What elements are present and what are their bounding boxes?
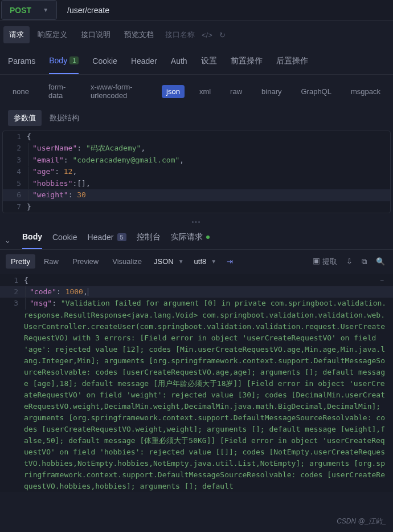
resp-tab-actual[interactable]: 实际请求: [171, 232, 210, 249]
resp-tab-header-label: Header: [88, 233, 114, 242]
chevron-down-icon: ▼: [178, 258, 184, 265]
subtab-schema[interactable]: 数据结构: [44, 110, 85, 126]
http-method-select[interactable]: POST ▼: [1, 0, 57, 20]
resp-tab-body[interactable]: Body: [22, 232, 42, 249]
tab-body-label: Body: [49, 56, 67, 65]
tab-cookie[interactable]: Cookie: [92, 56, 117, 74]
api-name-placeholder[interactable]: 接口名称: [165, 30, 195, 40]
resp-tab-actual-label: 实际请求: [171, 232, 203, 242]
line-number: 6: [3, 189, 27, 201]
content-type-select[interactable]: JSON ▼: [150, 257, 187, 266]
response-toolbar: Pretty Raw Preview Visualize JSON ▼ utf8…: [0, 250, 393, 274]
tab-settings[interactable]: 设置: [201, 56, 217, 74]
status-dot-icon: [206, 235, 210, 239]
body-count-badge: 1: [69, 56, 79, 64]
url-input[interactable]: [59, 0, 393, 20]
response-tabs: ⌄ Body Cookie Header 5 控制台 实际请求: [0, 226, 393, 250]
response-body-viewer[interactable]: 1{− 2"code": 1000, 3"msg": "Validation f…: [0, 274, 393, 492]
line-number: 3: [0, 298, 24, 492]
chevron-down-icon: ▼: [211, 258, 216, 265]
tab-header[interactable]: Header: [131, 56, 157, 74]
wrap-icon[interactable]: ⇥: [224, 255, 235, 268]
btype-msgpack[interactable]: msgpack: [346, 85, 385, 98]
view-visualize[interactable]: Visualize: [107, 254, 147, 269]
tab-pre-action[interactable]: 前置操作: [231, 56, 263, 74]
tab-auth[interactable]: Auth: [171, 56, 187, 74]
line-number: 1: [3, 131, 27, 143]
btype-graphql[interactable]: GraphQL: [296, 85, 335, 98]
http-method-label: POST: [10, 6, 31, 15]
panel-resize-handle[interactable]: •••: [0, 218, 393, 226]
header-count-badge: 5: [117, 233, 126, 241]
search-icon[interactable]: 🔍: [374, 255, 387, 268]
encoding-label: utf8: [194, 257, 207, 266]
copy-icon[interactable]: ⧉: [359, 255, 369, 269]
tab-request[interactable]: 请求: [3, 26, 30, 43]
content-type-label: JSON: [154, 257, 174, 266]
line-number: 4: [3, 166, 27, 178]
request-url-bar: POST ▼: [0, 0, 393, 21]
fold-icon[interactable]: −: [380, 275, 384, 286]
btype-raw[interactable]: raw: [226, 85, 247, 98]
line-number: 3: [3, 155, 27, 166]
tab-preview-doc[interactable]: 预览文档: [118, 26, 159, 43]
btype-binary[interactable]: binary: [257, 85, 286, 98]
tab-api-desc[interactable]: 接口说明: [75, 26, 116, 43]
body-type-selector: none form-data x-www-form-urlencoded jso…: [0, 75, 393, 108]
request-section-tabs: Params Body 1 Cookie Header Auth 设置 前置操作…: [0, 49, 393, 75]
refresh-icon[interactable]: ↻: [219, 31, 226, 39]
tab-post-action[interactable]: 后置操作: [276, 56, 308, 74]
encoding-select[interactable]: utf8 ▼: [191, 257, 220, 266]
btype-urlencoded[interactable]: x-www-form-urlencoded: [86, 80, 152, 102]
line-number: 2: [3, 143, 27, 155]
view-pretty[interactable]: Pretty: [6, 254, 35, 269]
body-sub-tabs: 参数值 数据结构: [0, 108, 393, 131]
chevron-down-icon: ▼: [43, 7, 48, 13]
view-raw[interactable]: Raw: [39, 254, 64, 269]
download-icon[interactable]: ⇩: [344, 255, 355, 268]
code-icon[interactable]: </>: [202, 31, 212, 39]
watermark: CSDN @_江屿_: [337, 517, 386, 526]
line-number: 7: [3, 201, 27, 213]
line-number: 2: [0, 286, 24, 298]
extract-button[interactable]: ▣ 提取: [310, 254, 339, 269]
resp-tab-header[interactable]: Header 5: [88, 233, 126, 249]
btype-form-data[interactable]: form-data: [44, 80, 76, 102]
request-body-editor[interactable]: 1{ 2"userName": "码农Academy", 3"email": "…: [2, 131, 391, 213]
btype-xml[interactable]: xml: [195, 85, 215, 98]
btype-none[interactable]: none: [8, 85, 34, 98]
chevron-down-icon[interactable]: ⌄: [5, 236, 12, 245]
resp-tab-cookie[interactable]: Cookie: [52, 233, 77, 249]
view-preview[interactable]: Preview: [67, 254, 104, 269]
line-number: 1: [0, 275, 24, 286]
btype-json[interactable]: json: [162, 85, 185, 98]
resp-tab-console[interactable]: 控制台: [137, 232, 161, 249]
tab-body[interactable]: Body 1: [49, 56, 79, 74]
tab-response-def[interactable]: 响应定义: [32, 26, 73, 43]
subtab-values[interactable]: 参数值: [8, 110, 42, 126]
tab-params[interactable]: Params: [8, 56, 35, 74]
request-meta-tabs: 请求 响应定义 接口说明 预览文档 接口名称 </> ↻: [0, 21, 393, 49]
line-number: 5: [3, 178, 27, 190]
